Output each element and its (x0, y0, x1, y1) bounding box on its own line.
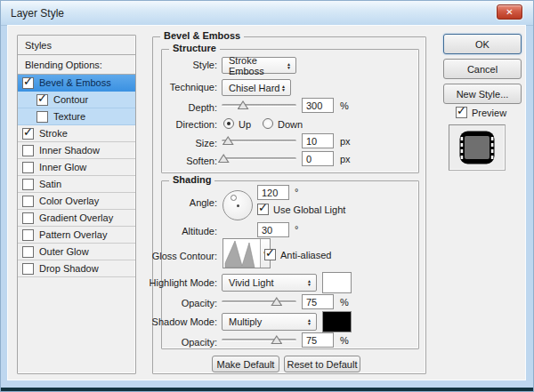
preview-checkbox[interactable]: ✓ (456, 107, 467, 118)
shadow-mode-value: Multiply (229, 316, 262, 327)
direction-up-label: Up (239, 119, 251, 130)
sidebar-item-bevel-emboss[interactable]: ✓Bevel & Emboss (18, 75, 135, 92)
sidebar-item-gradient-overlay[interactable]: Gradient Overlay (18, 210, 135, 227)
gloss-contour-label: Gloss Contour: (141, 251, 217, 261)
technique-dropdown[interactable]: Chisel Hard ▲▼ (222, 79, 291, 96)
checkmark-icon: ✓ (23, 75, 33, 88)
style-enable-checkbox[interactable] (22, 145, 34, 156)
shadow-opacity-slider[interactable] (222, 334, 296, 344)
contour-shape (223, 239, 260, 268)
shadow-color-swatch[interactable] (322, 311, 352, 332)
size-input[interactable]: 10 (302, 133, 334, 148)
gloss-contour-picker[interactable]: ▼ (222, 238, 271, 268)
soften-input[interactable]: 0 (302, 151, 334, 166)
style-enable-checkbox[interactable] (22, 179, 34, 190)
highlight-opacity-slider[interactable] (222, 296, 296, 306)
sidebar-item-satin[interactable]: Satin (18, 176, 135, 193)
shadow-opacity-track[interactable] (222, 339, 296, 341)
style-enable-checkbox[interactable] (22, 196, 34, 207)
checkmark-icon: ✓ (265, 246, 275, 260)
sidebar-item-stroke[interactable]: ✓Stroke (18, 125, 135, 142)
sidebar-item-pattern-overlay[interactable]: Pattern Overlay (18, 227, 135, 244)
depth-slider[interactable] (222, 100, 296, 109)
layer-style-dialog: Layer Style ✕ Styles Blending Options: D… (0, 0, 534, 392)
angle-dial-center-dot (237, 204, 239, 207)
sidebar-item-drop-shadow[interactable]: Drop Shadow (18, 260, 135, 277)
style-enable-checkbox[interactable] (36, 111, 48, 123)
new-style-button[interactable]: New Style... (443, 84, 522, 104)
shadow-opacity-input[interactable]: 75 (302, 332, 334, 348)
soften-slider-track[interactable] (222, 157, 296, 160)
style-enable-checkbox[interactable] (22, 246, 34, 258)
sidebar-item-label: Outer Glow (39, 246, 89, 257)
sidebar-item-label: Texture (53, 111, 85, 122)
style-enable-checkbox[interactable]: ✓ (36, 94, 48, 106)
sidebar-item-label: Bevel & Emboss (39, 77, 111, 88)
spinner-arrows-icon: ▲▼ (307, 279, 312, 286)
sidebar-item-color-overlay[interactable]: Color Overlay (18, 193, 135, 210)
sidebar-item-label: Stroke (39, 128, 68, 139)
soften-label: Soften: (141, 156, 217, 166)
direction-down-radio[interactable] (263, 118, 273, 129)
title-bar[interactable]: Layer Style ✕ (1, 1, 534, 26)
highlight-opacity-input[interactable]: 75 (302, 294, 334, 309)
gloss-contour-thumbnail[interactable] (223, 239, 260, 268)
angle-dial[interactable] (222, 190, 253, 220)
style-enable-checkbox[interactable] (22, 229, 34, 241)
depth-label: Depth: (141, 102, 217, 113)
sidebar-item-inner-glow[interactable]: Inner Glow (18, 159, 135, 176)
style-enable-checkbox[interactable]: ✓ (22, 128, 34, 140)
altitude-unit: ° (295, 224, 298, 235)
size-label: Size: (141, 138, 217, 148)
style-dropdown[interactable]: Stroke Emboss ▲▼ (222, 57, 296, 74)
sidebar-item-label: Gradient Overlay (39, 212, 113, 223)
anti-aliased-checkbox[interactable]: ✓ (264, 249, 276, 260)
style-label: Style: (141, 60, 217, 70)
size-slider[interactable] (222, 135, 296, 145)
angle-input[interactable]: 120 (257, 185, 289, 200)
highlight-mode-dropdown[interactable]: Vivid Light ▲▼ (222, 274, 317, 292)
sidebar-item-label: Color Overlay (39, 196, 99, 206)
depth-slider-track[interactable] (222, 104, 296, 107)
anti-aliased-label: Anti-aliased (280, 250, 331, 260)
shadow-mode-dropdown[interactable]: Multiply ▲▼ (222, 313, 317, 331)
checkmark-icon: ✓ (37, 92, 47, 105)
sidebar-item-blending-options[interactable]: Blending Options: Default (18, 55, 135, 75)
sidebar-item-inner-shadow[interactable]: Inner Shadow (18, 142, 135, 159)
reset-to-default-button[interactable]: Reset to Default (284, 356, 360, 372)
sidebar-item-contour[interactable]: ✓Contour (18, 92, 135, 108)
make-default-button[interactable]: Make Default (212, 356, 279, 372)
style-preview-well (449, 124, 506, 171)
cancel-button[interactable]: Cancel (443, 59, 522, 79)
highlight-color-swatch[interactable] (322, 272, 352, 293)
highlight-opacity-label: Opacity: (141, 298, 217, 308)
angle-unit: ° (295, 187, 298, 197)
close-button[interactable]: ✕ (497, 4, 522, 20)
soften-slider[interactable] (222, 153, 296, 163)
highlight-opacity-track[interactable] (222, 300, 296, 303)
highlight-mode-value: Vivid Light (229, 277, 274, 288)
use-global-light-checkbox[interactable]: ✓ (257, 204, 269, 215)
style-enable-checkbox[interactable] (22, 212, 34, 224)
checkmark-icon: ✓ (23, 125, 33, 139)
structure-title: Structure (169, 43, 220, 53)
spinner-arrows-icon: ▲▼ (307, 318, 312, 325)
angle-dial-marker[interactable] (231, 195, 237, 201)
direction-label: Direction: (141, 119, 217, 130)
sidebar-item-texture[interactable]: Texture (18, 108, 135, 125)
depth-input[interactable]: 300 (302, 98, 334, 113)
highlight-opacity-unit: % (340, 297, 349, 308)
styles-header: Styles (18, 36, 135, 55)
size-slider-track[interactable] (222, 140, 296, 142)
sidebar-item-outer-glow[interactable]: Outer Glow (18, 244, 135, 260)
style-enable-checkbox[interactable] (22, 263, 34, 275)
style-enable-checkbox[interactable]: ✓ (22, 77, 34, 89)
direction-down-label: Down (278, 119, 303, 130)
sidebar-item-label: Inner Shadow (39, 145, 100, 156)
altitude-input[interactable]: 30 (257, 222, 289, 237)
ok-button[interactable]: OK (443, 34, 522, 54)
styles-sidebar: Styles Blending Options: Default ✓Bevel … (17, 35, 136, 374)
style-enable-checkbox[interactable] (22, 162, 34, 173)
checkmark-icon: ✓ (258, 201, 268, 214)
direction-up-radio[interactable] (223, 118, 234, 129)
